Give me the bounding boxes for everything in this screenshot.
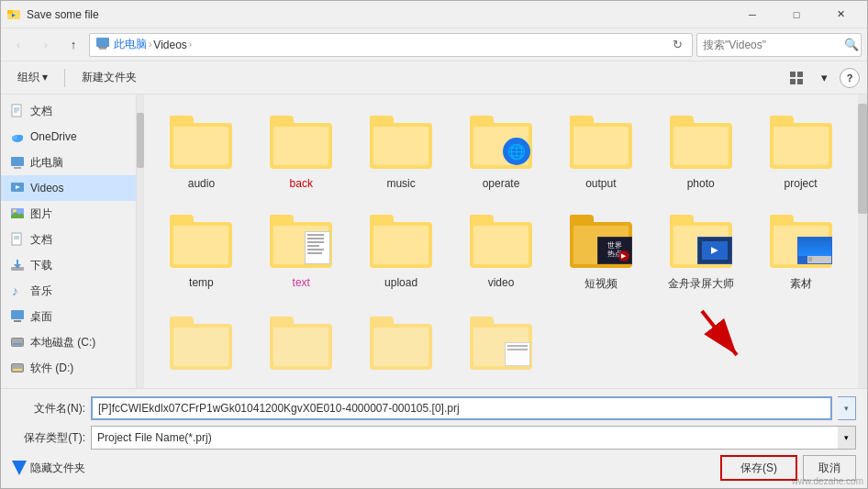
sidebar-documents-label: 文档 bbox=[30, 104, 127, 119]
back-folder-icon bbox=[268, 109, 334, 175]
action-row: 隐藏文件夹 保存(S) 取消 bbox=[12, 455, 856, 481]
file-label-audio: audio bbox=[164, 177, 238, 190]
titlebar: ▶ Save some file ─ □ ✕ bbox=[1, 1, 867, 28]
document-icon bbox=[10, 104, 25, 118]
file-item-partial1[interactable] bbox=[153, 305, 250, 382]
file-item-operate[interactable]: 🌐 operate bbox=[453, 104, 550, 195]
file-item-output[interactable]: output bbox=[552, 104, 649, 195]
new-folder-button[interactable]: 新建文件夹 bbox=[72, 66, 146, 90]
svg-rect-9 bbox=[797, 79, 803, 84]
file-item-photo[interactable]: photo bbox=[652, 104, 749, 195]
search-icon[interactable]: 🔍 bbox=[844, 38, 859, 51]
sidebar-item-onedrive[interactable]: OneDrive bbox=[1, 124, 136, 150]
file-item-project[interactable]: project bbox=[752, 104, 849, 195]
sidebar-item-downloads[interactable]: 下载 bbox=[1, 252, 136, 278]
main-area: 文档 OneDrive bbox=[1, 94, 867, 388]
hidden-folder-button[interactable]: 隐藏文件夹 bbox=[12, 461, 85, 476]
file-item-partial4[interactable] bbox=[453, 305, 550, 382]
svg-rect-18 bbox=[14, 167, 21, 169]
file-item-shortvideo[interactable]: 世界热点 ▶ 短视频 bbox=[552, 203, 649, 297]
file-label-text: text bbox=[264, 276, 338, 289]
sidebar-item-diske[interactable]: 备份 (E:) bbox=[1, 381, 136, 388]
file-item-partial2[interactable] bbox=[253, 305, 350, 382]
partial2-folder-icon bbox=[268, 310, 334, 376]
text-folder-icon bbox=[268, 208, 334, 274]
svg-rect-29 bbox=[17, 260, 18, 264]
app-icon: ▶ bbox=[6, 7, 21, 22]
sidebar-scrollbar[interactable] bbox=[137, 94, 144, 388]
sidebar-item-documents2[interactable]: 文档 bbox=[1, 227, 136, 252]
filename-input[interactable] bbox=[91, 396, 832, 420]
file-item-music[interactable]: music bbox=[353, 104, 450, 195]
music-folder-icon bbox=[368, 109, 434, 175]
file-item-upload[interactable]: upload bbox=[353, 203, 450, 297]
file-label-operate: operate bbox=[464, 177, 538, 190]
pictures-icon bbox=[10, 206, 25, 221]
file-scrollbar-thumb[interactable] bbox=[858, 104, 867, 214]
maximize-button[interactable]: □ bbox=[775, 1, 818, 28]
svg-text:♪: ♪ bbox=[12, 283, 18, 298]
file-scrollbar[interactable] bbox=[858, 94, 867, 388]
file-label-photo: photo bbox=[664, 177, 738, 190]
disk-d-icon bbox=[10, 361, 25, 375]
address-computer[interactable]: 此电脑 bbox=[114, 37, 147, 52]
filename-dropdown-button[interactable]: ▾ bbox=[838, 396, 856, 420]
toolbar-separator bbox=[64, 69, 65, 87]
sidebar-item-diskd[interactable]: 软件 (D:) bbox=[1, 355, 136, 381]
address-videos[interactable]: Videos bbox=[153, 39, 186, 51]
organize-button[interactable]: 组织 ▾ bbox=[8, 66, 57, 90]
file-item-temp[interactable]: temp bbox=[153, 203, 250, 297]
music-icon: ♪ bbox=[10, 283, 25, 298]
file-label-sucai: 素材 bbox=[764, 276, 838, 292]
onedrive-icon bbox=[10, 129, 25, 144]
help-button[interactable]: ? bbox=[840, 68, 860, 88]
svg-rect-35 bbox=[13, 343, 22, 345]
svg-point-15 bbox=[12, 136, 17, 139]
file-item-back[interactable]: back bbox=[253, 104, 350, 195]
sidebar-item-documents[interactable]: 文档 bbox=[1, 98, 136, 124]
sidebar-item-videos[interactable]: Videos bbox=[1, 175, 136, 201]
cancel-button[interactable]: 取消 bbox=[803, 455, 856, 481]
save-button[interactable]: 保存(S) bbox=[720, 455, 797, 481]
file-area[interactable]: audio back bbox=[144, 94, 858, 388]
output-folder-icon bbox=[568, 109, 634, 175]
up-button[interactable]: ↑ bbox=[61, 33, 85, 57]
minimize-button[interactable]: ─ bbox=[731, 1, 773, 28]
partial4-folder-icon bbox=[468, 310, 534, 376]
address-sep1: › bbox=[149, 39, 151, 50]
file-item-video[interactable]: video bbox=[453, 203, 550, 297]
search-box[interactable]: 🔍 bbox=[696, 33, 862, 57]
sidebar-item-diskc[interactable]: 本地磁盘 (C:) bbox=[1, 329, 136, 355]
sidebar-item-thispc[interactable]: 此电脑 bbox=[1, 150, 136, 175]
sidebar-scrollbar-thumb[interactable] bbox=[137, 113, 144, 168]
file-item-text[interactable]: text bbox=[253, 203, 350, 297]
desktop-icon bbox=[10, 309, 25, 324]
file-item-partial3[interactable] bbox=[353, 305, 450, 382]
view-button[interactable] bbox=[785, 66, 808, 90]
refresh-button[interactable]: ↻ bbox=[668, 36, 686, 54]
jinzhou-folder-icon bbox=[668, 208, 734, 274]
sidebar-item-desktop[interactable]: 桌面 bbox=[1, 304, 136, 329]
toolbar: 组织 ▾ 新建文件夹 ▾ ? bbox=[1, 61, 867, 94]
file-item-jinzhou[interactable]: 金舟录屏大师 bbox=[652, 203, 749, 297]
forward-button[interactable]: › bbox=[34, 33, 58, 57]
file-item-sucai[interactable]: 素材 bbox=[752, 203, 849, 297]
sidebar-item-music[interactable]: ♪ 音乐 bbox=[1, 278, 136, 304]
sidebar-item-pictures[interactable]: 图片 bbox=[1, 201, 136, 227]
file-item-audio[interactable]: audio bbox=[153, 104, 250, 195]
search-input[interactable] bbox=[703, 39, 840, 51]
videos-icon bbox=[10, 181, 25, 195]
address-bar[interactable]: 此电脑 › Videos › ↻ bbox=[89, 33, 693, 57]
file-label-shortvideo: 短视频 bbox=[564, 276, 638, 292]
close-button[interactable]: ✕ bbox=[819, 1, 862, 28]
sidebar-desktop-label: 桌面 bbox=[30, 309, 127, 325]
file-label-back: back bbox=[264, 177, 338, 190]
back-button[interactable]: ‹ bbox=[6, 33, 30, 57]
view-dropdown-button[interactable]: ▾ bbox=[812, 66, 836, 90]
project-folder-icon bbox=[768, 109, 834, 175]
filename-row: 文件名(N): ▾ bbox=[12, 396, 856, 420]
filename-label: 文件名(N): bbox=[12, 401, 85, 417]
sidebar-music-label: 音乐 bbox=[30, 283, 127, 299]
sidebar-thispc-label: 此电脑 bbox=[30, 155, 127, 171]
filetype-select[interactable]: Project File Name(*.prj) bbox=[91, 426, 856, 450]
